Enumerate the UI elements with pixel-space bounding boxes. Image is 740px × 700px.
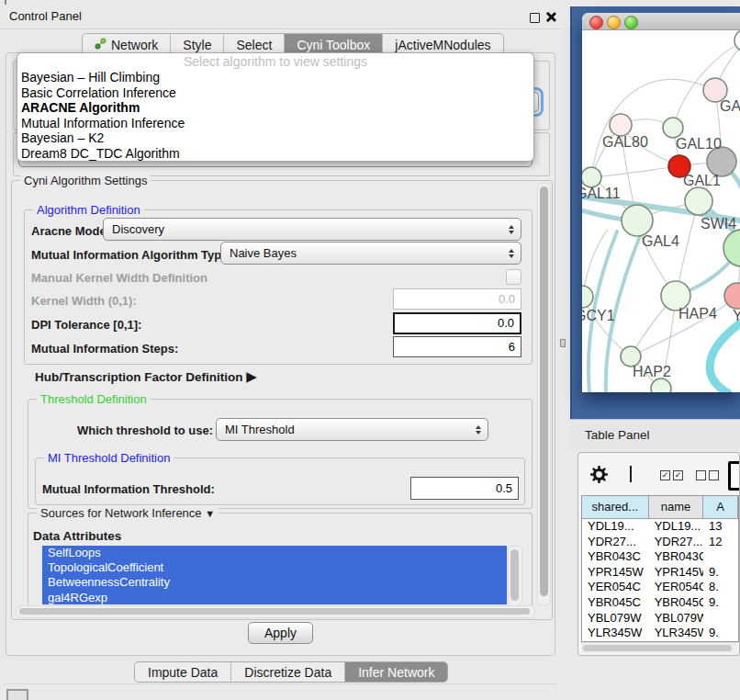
splitter-grip[interactable] [560,339,566,347]
threshold-definition-title: Threshold Definition [37,392,151,406]
node-label-gal11: GAL11 [582,186,621,201]
algorithm-item[interactable]: Bayesian – K2 [17,130,533,146]
minimize-traffic-light-icon[interactable] [607,16,621,29]
bottom-tab-impute-data[interactable]: Impute Data [135,662,230,682]
which-threshold-value: MI Threshold [225,423,295,436]
table-cell: YDR27... [582,535,649,550]
table-cell: 13 [703,519,738,535]
table-row[interactable]: YER054CYER054C8. [582,580,738,595]
network-node[interactable] [610,114,632,136]
column-header-shared[interactable]: shared... [582,496,649,518]
column-header-a[interactable]: A [703,496,738,518]
chevron-down-icon: ▼ [205,508,215,519]
table-cell: YPR145W [582,565,649,581]
which-threshold-label: Which threshold to use: [77,423,213,437]
network-node[interactable] [723,230,740,266]
scrollbar-thumb[interactable] [540,186,548,596]
network-node[interactable] [724,283,740,309]
column-header-name[interactable]: name [649,496,704,518]
mi-type-combo[interactable]: Naive Bayes [220,242,521,265]
deselect-all-checkbox-icon[interactable] [709,470,719,480]
bottom-tab-discretize-data[interactable]: Discretize Data [230,662,344,682]
scrollbar-thumb[interactable] [583,645,732,651]
network-canvas[interactable]: GALGAL80GAL10GAL1GAL11SWI4GAL4GCY1HAP4YH… [582,30,740,392]
gear-icon[interactable] [590,466,608,483]
network-node[interactable] [685,187,712,215]
table-panel-title: Table Panel [585,428,650,442]
scrollbar-thumb[interactable] [19,608,530,615]
manual-kernel-label: Manual Kernel Width Definition [31,271,207,285]
table-row[interactable]: YBL079WYBL079W [582,611,738,627]
algorithm-item[interactable]: Dream8 DC_TDC Algorithm [17,146,533,162]
table-horizontal-scrollbar[interactable] [581,642,737,653]
table-row[interactable]: YPR145WYPR145W9. [582,565,738,581]
algorithm-popup: Select algorithm to view settings Bayesi… [17,52,534,162]
network-node[interactable] [651,378,671,392]
which-threshold-combo[interactable]: MI Threshold [216,418,488,441]
network-node[interactable] [734,30,740,51]
float-panel-icon[interactable] [530,13,540,23]
deselect-all-checkbox-icon[interactable] [696,470,706,480]
table-row[interactable]: YLR345WYLR345W9. [582,626,738,641]
panel-bottom-divider [4,683,556,684]
network-node[interactable] [582,167,601,187]
table-cell: YBR043C [649,549,703,565]
network-window-titlebar[interactable] [582,13,740,30]
attributes-scrollbar[interactable] [508,546,522,606]
kernel-width-label: Kernel Width (0,1): [31,294,137,308]
sources-title-text: Sources for Network Inference [40,506,202,520]
table-row[interactable]: YBR043CYBR043C [582,549,738,565]
apply-button[interactable]: Apply [248,622,313,644]
manual-kernel-checkbox[interactable] [506,269,521,285]
columns-icon[interactable] [622,466,641,482]
algorithm-item[interactable]: Bayesian – Hill Climbing [17,70,533,85]
collapsed-panel-button[interactable] [6,689,28,700]
attribute-item[interactable]: SelfLoops [42,546,507,560]
node-label-gal10: GAL10 [676,136,722,152]
select-all-checkbox-icon[interactable]: ✓ [660,470,670,480]
network-node[interactable] [622,205,653,236]
panel-title: Control Panel [9,9,82,23]
mi-steps-field[interactable]: 6 [393,336,521,357]
attribute-item[interactable]: BetweennessCentrality [42,575,507,590]
aracne-mode-combo[interactable]: Discovery [103,218,521,241]
table-row[interactable]: YDL19...YDL19...13 [582,519,738,535]
table-cell: 9. [703,595,738,611]
close-traffic-light-icon[interactable] [589,16,603,29]
dpi-tolerance-field[interactable]: 0.0 [393,312,521,334]
table-cell: YDL19... [582,519,649,535]
table-cell [703,549,738,565]
select-all-checkbox-icon[interactable]: ✓ [673,470,683,480]
table-header-row: shared...nameA [582,496,738,519]
sources-title[interactable]: Sources for Network Inference ▼ [37,506,219,520]
attribute-table[interactable]: shared...nameA YDL19...YDL19...13YDR27..… [581,495,739,642]
document-icon[interactable] [728,461,740,491]
table-row[interactable]: YDR27...YDR27...12 [582,535,738,550]
network-node[interactable] [663,118,683,138]
data-attributes-list[interactable]: SelfLoopsTopologicalCoefficientBetweenne… [42,546,507,604]
attribute-item[interactable]: gal4RGexp [42,591,507,604]
node-label-gal: GAL [720,98,740,114]
table-row[interactable]: YBR045CYBR045C9. [582,595,738,611]
scrollbar-thumb[interactable] [510,549,519,601]
node-label-hap2: HAP2 [633,364,671,379]
hub-definition-label: Hub/Transcription Factor Definition [35,370,243,384]
table-cell: YDL19... [649,519,703,535]
hub-definition-toggle[interactable]: Hub/Transcription Factor Definition ▶ [35,368,257,385]
table-cell: YER054C [582,580,649,595]
bottom-tabbar: Impute DataDiscretize DataInfer Network [134,661,448,683]
bottom-tab-infer-network[interactable]: Infer Network [344,662,447,682]
algorithm-item[interactable]: ARACNE Algorithm [17,100,533,116]
network-window[interactable]: GALGAL80GAL10GAL1GAL11SWI4GAL4GCY1HAP4YH… [582,13,740,392]
settings-vertical-scrollbar[interactable] [537,183,551,605]
close-icon[interactable] [545,12,555,22]
attribute-item[interactable]: TopologicalCoefficient [42,560,507,575]
kernel-width-field[interactable]: 0.0 [393,288,521,310]
network-node[interactable] [582,286,593,308]
zoom-traffic-light-icon[interactable] [624,16,638,29]
mit-field[interactable]: 0.5 [410,477,519,500]
algorithm-item[interactable]: Basic Correlation Inference [17,85,533,101]
settings-horizontal-scrollbar[interactable] [16,605,535,618]
algorithm-item[interactable]: Mutual Information Inference [17,116,533,131]
table-cell: YLR345W [582,626,649,641]
